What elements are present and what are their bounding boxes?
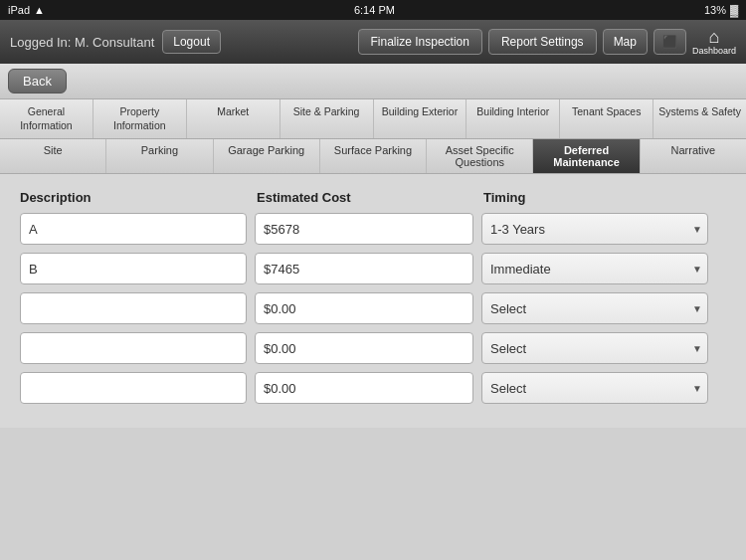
table-row: Select Immediate 1-3 Years 4-7 Years 8-1… bbox=[20, 372, 726, 404]
table-row: Select Immediate 1-3 Years 4-7 Years 8-1… bbox=[20, 253, 726, 284]
description-input-1[interactable] bbox=[20, 213, 247, 245]
description-input-2[interactable] bbox=[20, 253, 247, 284]
table-row: Select Immediate 1-3 Years 4-7 Years 8-1… bbox=[20, 292, 726, 324]
tab-market[interactable]: Market bbox=[187, 99, 280, 138]
timing-select-wrapper-5: Select Immediate 1-3 Years 4-7 Years 8-1… bbox=[481, 372, 708, 404]
subtab-asset-specific[interactable]: Asset Specific Questions bbox=[427, 139, 533, 173]
subtab-garage-parking[interactable]: Garage Parking bbox=[214, 139, 320, 173]
cost-input-1[interactable] bbox=[255, 213, 473, 245]
back-bar: Back bbox=[0, 64, 746, 99]
battery-label: 13% bbox=[704, 4, 726, 16]
timing-select-2[interactable]: Select Immediate 1-3 Years 4-7 Years 8-1… bbox=[481, 253, 708, 284]
wifi-icon: ▲ bbox=[34, 4, 45, 16]
status-bar: iPad ▲ 6:14 PM 13% ▓ bbox=[0, 0, 746, 20]
map-button[interactable]: Map bbox=[603, 29, 648, 55]
report-settings-button[interactable]: Report Settings bbox=[488, 29, 597, 55]
top-bar: Logged In: M. Consultant Logout Finalize… bbox=[0, 20, 746, 64]
timing-select-1[interactable]: Select Immediate 1-3 Years 4-7 Years 8-1… bbox=[481, 213, 708, 245]
subtab-deferred-maintenance[interactable]: Deferred Maintenance bbox=[533, 139, 640, 173]
sub-nav: Site Parking Garage Parking Surface Park… bbox=[0, 139, 746, 174]
tab-property-information[interactable]: Property Information bbox=[93, 99, 187, 138]
carrier-label: iPad bbox=[8, 4, 30, 16]
tab-building-exterior[interactable]: Building Exterior bbox=[374, 99, 467, 138]
tab-building-interior[interactable]: Building Interior bbox=[466, 99, 560, 138]
column-headers: Description Estimated Cost Timing bbox=[20, 190, 726, 205]
description-input-4[interactable] bbox=[20, 332, 247, 364]
subtab-narrative[interactable]: Narrative bbox=[641, 139, 746, 173]
time-display: 6:14 PM bbox=[354, 4, 395, 16]
camera-button[interactable]: ⬛ bbox=[653, 29, 686, 55]
timing-select-wrapper-4: Select Immediate 1-3 Years 4-7 Years 8-1… bbox=[481, 332, 708, 364]
cost-input-4[interactable] bbox=[255, 332, 473, 364]
timing-select-wrapper-2: Select Immediate 1-3 Years 4-7 Years 8-1… bbox=[481, 253, 708, 284]
description-input-5[interactable] bbox=[20, 372, 247, 404]
description-header: Description bbox=[20, 190, 249, 205]
tab-systems-safety[interactable]: Systems & Safety bbox=[653, 99, 746, 138]
tab-general-information[interactable]: General Information bbox=[0, 99, 93, 138]
timing-header: Timing bbox=[483, 190, 525, 205]
estimated-cost-header: Estimated Cost bbox=[257, 190, 475, 205]
tab-tenant-spaces[interactable]: Tenant Spaces bbox=[560, 99, 653, 138]
battery-icon: ▓ bbox=[730, 4, 738, 16]
finalize-button[interactable]: Finalize Inspection bbox=[358, 29, 482, 55]
logged-in-label: Logged In: M. Consultant bbox=[10, 35, 154, 50]
description-input-3[interactable] bbox=[20, 292, 247, 324]
subtab-surface-parking[interactable]: Surface Parking bbox=[320, 139, 427, 173]
cost-input-5[interactable] bbox=[255, 372, 473, 404]
table-row: Select Immediate 1-3 Years 4-7 Years 8-1… bbox=[20, 332, 726, 364]
timing-select-wrapper-1: Select Immediate 1-3 Years 4-7 Years 8-1… bbox=[481, 213, 708, 245]
tab-site-parking[interactable]: Site & Parking bbox=[280, 99, 374, 138]
timing-select-3[interactable]: Select Immediate 1-3 Years 4-7 Years 8-1… bbox=[481, 292, 708, 324]
timing-select-5[interactable]: Select Immediate 1-3 Years 4-7 Years 8-1… bbox=[481, 372, 708, 404]
timing-select-wrapper-3: Select Immediate 1-3 Years 4-7 Years 8-1… bbox=[481, 292, 708, 324]
main-nav: General Information Property Information… bbox=[0, 99, 746, 139]
subtab-site[interactable]: Site bbox=[0, 139, 106, 173]
logout-button[interactable]: Logout bbox=[162, 30, 221, 54]
cost-input-3[interactable] bbox=[255, 292, 473, 324]
subtab-parking[interactable]: Parking bbox=[106, 139, 213, 173]
table-row: Select Immediate 1-3 Years 4-7 Years 8-1… bbox=[20, 213, 726, 245]
content-area: Description Estimated Cost Timing Select… bbox=[0, 174, 746, 428]
timing-select-4[interactable]: Select Immediate 1-3 Years 4-7 Years 8-1… bbox=[481, 332, 708, 364]
dashboard-icon[interactable]: ⌂ Dashboard bbox=[692, 28, 736, 56]
cost-input-2[interactable] bbox=[255, 253, 473, 284]
back-button[interactable]: Back bbox=[8, 69, 67, 93]
